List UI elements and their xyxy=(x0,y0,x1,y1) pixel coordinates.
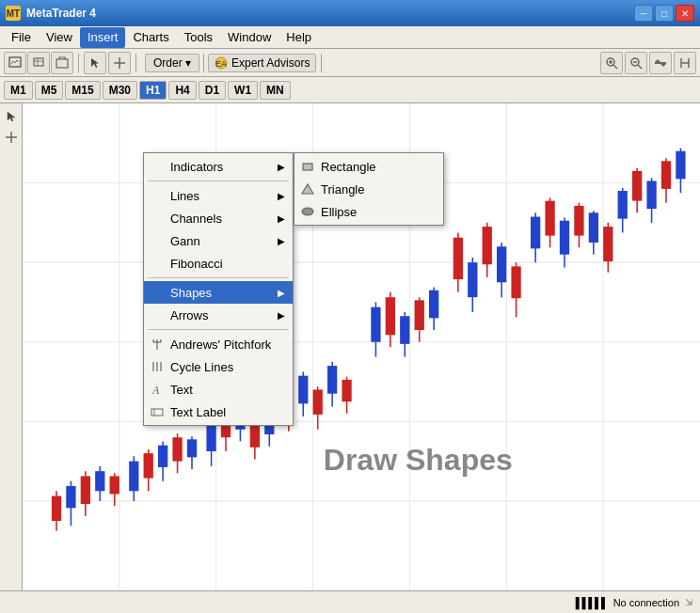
svg-rect-4 xyxy=(56,59,68,68)
menu-sep-1 xyxy=(148,181,289,181)
svg-rect-51 xyxy=(172,437,182,461)
menu-item-indicators[interactable]: Indicators ▶ xyxy=(144,155,293,178)
pitchfork-icon xyxy=(150,337,165,352)
svg-rect-37 xyxy=(66,486,75,508)
menu-item-ellipse[interactable]: Ellipse xyxy=(294,200,443,223)
app-icon: MT xyxy=(6,6,21,21)
menu-insert[interactable]: Insert xyxy=(80,27,126,48)
svg-rect-67 xyxy=(298,376,308,404)
new-chart-button[interactable] xyxy=(4,52,26,74)
period-sep-button[interactable] xyxy=(674,52,696,74)
gann-arrow: ▶ xyxy=(278,236,285,246)
menu-item-channels[interactable]: Channels ▶ xyxy=(144,207,293,229)
toolbar-sep-1 xyxy=(78,54,79,72)
rectangle-icon xyxy=(300,159,315,174)
menu-item-shapes[interactable]: Shapes ▶ xyxy=(144,281,293,304)
resize-icon: ⇲ xyxy=(685,597,692,607)
chart-scroll-button[interactable] xyxy=(649,52,672,74)
tf-m5[interactable]: M5 xyxy=(35,81,64,100)
expert-advisors-button[interactable]: EA Expert Advisors xyxy=(208,54,316,72)
svg-rect-115 xyxy=(676,151,685,180)
toolbar-btn-2[interactable] xyxy=(27,52,50,74)
svg-rect-85 xyxy=(453,238,463,279)
svg-rect-81 xyxy=(415,300,424,330)
left-crosshair-tool[interactable] xyxy=(2,128,21,147)
menu-item-lines[interactable]: Lines ▶ xyxy=(144,184,293,207)
menu-help[interactable]: Help xyxy=(278,27,319,48)
menu-view[interactable]: View xyxy=(39,27,80,48)
menu-charts[interactable]: Charts xyxy=(125,27,176,48)
svg-rect-87 xyxy=(468,262,477,297)
tf-m30[interactable]: M30 xyxy=(103,81,137,100)
svg-rect-103 xyxy=(589,212,598,243)
cycle-lines-icon xyxy=(150,359,165,374)
toolbar-btn-3[interactable] xyxy=(51,52,73,74)
menubar: File View Insert Charts Tools Window Hel… xyxy=(0,26,700,49)
svg-rect-45 xyxy=(129,462,138,492)
shapes-submenu: Rectangle Triangle Ellipse xyxy=(294,152,444,226)
tf-d1[interactable]: D1 xyxy=(199,81,226,100)
svg-rect-35 xyxy=(52,496,61,521)
menu-item-cycle-lines[interactable]: Cycle Lines xyxy=(144,355,293,378)
svg-rect-0 xyxy=(9,57,21,67)
svg-rect-39 xyxy=(81,476,90,504)
svg-rect-1 xyxy=(34,58,43,66)
connection-status: No connection xyxy=(613,597,679,608)
menu-sep-2 xyxy=(148,277,289,278)
timeframe-toolbar: M1 M5 M15 M30 H1 H4 D1 W1 MN xyxy=(0,77,700,103)
menu-item-triangle[interactable]: Triangle xyxy=(294,178,443,200)
titlebar-left: MT MetaTrader 4 xyxy=(6,6,96,21)
svg-marker-128 xyxy=(302,184,313,194)
menu-item-gann[interactable]: Gann ▶ xyxy=(144,229,293,252)
crosshair-button[interactable] xyxy=(108,52,131,74)
svg-rect-69 xyxy=(313,389,323,414)
sep xyxy=(203,54,204,72)
chart-area: Draw Shapes Indicators ▶ Lines ▶ Channel… xyxy=(23,103,700,590)
menu-item-text[interactable]: A Text xyxy=(144,378,293,401)
tf-m15[interactable]: M15 xyxy=(65,81,100,100)
zoom-in-button[interactable] xyxy=(600,52,623,74)
svg-rect-99 xyxy=(560,221,569,255)
svg-rect-91 xyxy=(497,246,506,282)
svg-rect-97 xyxy=(545,201,554,236)
tf-mn[interactable]: MN xyxy=(260,81,291,100)
minimize-button[interactable]: ─ xyxy=(634,5,653,22)
tf-h1[interactable]: H1 xyxy=(139,81,167,100)
menu-item-fibonacci[interactable]: Fibonacci xyxy=(144,252,293,275)
tf-h4[interactable]: H4 xyxy=(168,81,196,100)
menu-item-pitchfork[interactable]: Andrews' Pitchfork xyxy=(144,333,293,355)
lines-arrow: ▶ xyxy=(278,191,285,201)
insert-menu: Indicators ▶ Lines ▶ Channels ▶ Gann ▶ F… xyxy=(143,152,294,426)
shapes-arrow: ▶ xyxy=(278,288,285,298)
menu-item-arrows[interactable]: Arrows ▶ xyxy=(144,304,293,326)
titlebar-title: MetaTrader 4 xyxy=(26,7,96,20)
maximize-button[interactable]: □ xyxy=(655,5,674,22)
zoom-out-button[interactable] xyxy=(625,52,647,74)
toolbar-sep-3 xyxy=(321,54,322,72)
tf-w1[interactable]: W1 xyxy=(228,81,258,100)
ellipse-icon xyxy=(300,204,315,219)
statusbar: ▌▌▌▌▌ No connection ⇲ xyxy=(0,590,700,613)
svg-rect-53 xyxy=(187,439,197,457)
menu-item-rectangle[interactable]: Rectangle xyxy=(294,155,443,178)
svg-rect-107 xyxy=(618,191,628,219)
svg-rect-61 xyxy=(250,426,260,448)
menu-file[interactable]: File xyxy=(4,27,39,48)
svg-rect-109 xyxy=(632,171,642,201)
left-toolbar xyxy=(0,103,23,590)
menu-window[interactable]: Window xyxy=(220,27,278,48)
cursor-button[interactable] xyxy=(84,52,106,74)
menu-item-text-label[interactable]: Text Label xyxy=(144,401,293,423)
tf-m1[interactable]: M1 xyxy=(4,81,33,100)
statusbar-right: ▌▌▌▌▌ No connection ⇲ xyxy=(576,597,692,608)
svg-rect-113 xyxy=(661,161,671,189)
close-button[interactable]: ✕ xyxy=(676,5,694,22)
menu-tools[interactable]: Tools xyxy=(177,27,220,48)
svg-rect-127 xyxy=(303,164,312,170)
main-toolbar: Order ▾ EA Expert Advisors xyxy=(0,49,700,77)
svg-rect-75 xyxy=(371,307,380,342)
svg-text:EA: EA xyxy=(215,59,227,69)
svg-rect-77 xyxy=(386,297,395,335)
left-cursor-tool[interactable] xyxy=(2,107,21,126)
order-dropdown[interactable]: Order ▾ xyxy=(145,54,199,72)
